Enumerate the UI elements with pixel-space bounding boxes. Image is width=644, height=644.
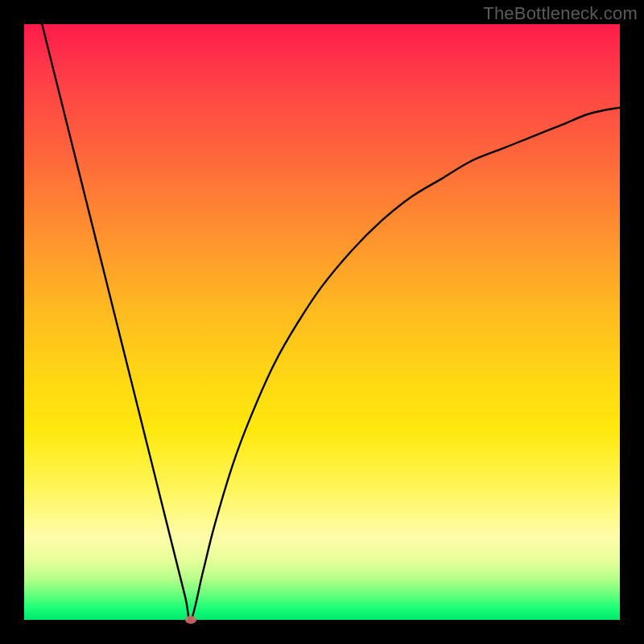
optimal-marker (185, 616, 196, 624)
watermark-text: TheBottleneck.com (483, 3, 638, 24)
plot-area (24, 24, 620, 620)
bottleneck-curve (24, 24, 620, 620)
curve-path (42, 24, 620, 620)
chart-frame: TheBottleneck.com (0, 0, 644, 644)
